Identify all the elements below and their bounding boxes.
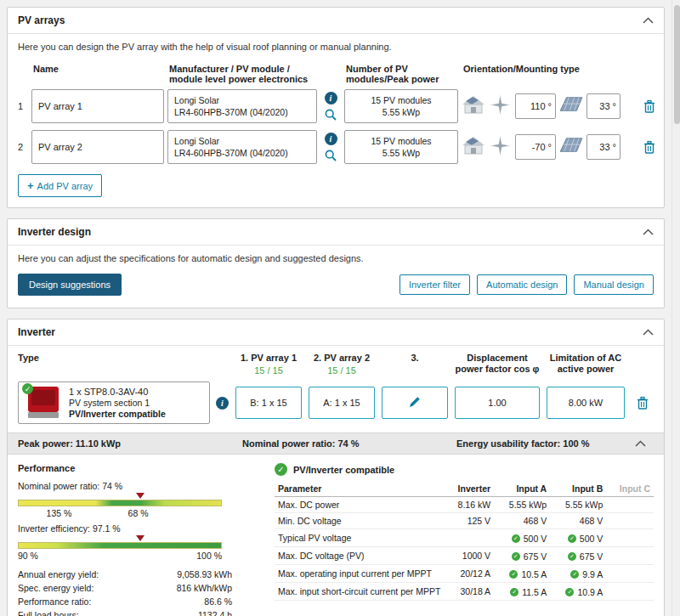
table-row: Max. input short-circuit current per MPP… [275,583,654,601]
col-name: Name [31,64,164,74]
module-label: LR4-60HPB-370M (04/2020) [174,147,310,159]
delete-icon[interactable] [637,396,649,410]
info-icon[interactable]: i [216,397,229,410]
plus-icon: + [27,179,34,192]
search-icon[interactable] [325,150,337,161]
pv-module-selector[interactable]: Longi Solar LR4-60HPB-370M (04/2020) [167,89,317,123]
pv-array-row-1: 1 PV array 1 Longi Solar LR4-60HPB-370M … [18,89,654,123]
manufacturer-label: Longi Solar [174,94,310,106]
nominal-power-ratio-gauge [18,493,222,506]
array2-count: 15 / 15 [309,365,375,376]
stat-label: Annual energy yield: [18,568,154,581]
scrollbar-thumb[interactable] [674,5,680,124]
tilt-icon [559,136,583,158]
col-parameter: Parameter [275,481,444,497]
col-pv-array-2: 2. PV array 2 15 / 15 [309,353,375,376]
check-icon: ✓ [565,588,574,596]
energy-usability-summary: Energy usability factor: 100 % [456,438,635,449]
pv-array-name-input[interactable]: PV array 1 [31,89,164,123]
col-manufacturer: Manufacturer / PV module / module level … [167,64,317,84]
inverter-type-box[interactable]: ✓ 1 x STP8.0-3AV-40 PV system section 1 … [18,381,210,424]
module-count: 15 PV modules [371,135,431,147]
col-array-3: 3. [382,353,448,364]
peak-power: 5.55 kWp [382,147,420,159]
performance-title: Performance [18,463,254,473]
check-icon: ✓ [509,570,518,579]
azimuth-input[interactable]: 110 ° [515,93,556,119]
inverter-design-header: Inverter design [8,219,664,246]
pv-arrays-panel: PV arrays Here you can design the PV arr… [7,7,665,208]
module-count-box[interactable]: 15 PV modules 5.55 kWp [344,89,458,123]
module-count-box[interactable]: 15 PV modules 5.55 kWp [344,130,458,164]
page: PV arrays Here you can design the PV arr… [0,0,680,616]
azimuth-input[interactable]: -70 ° [515,134,556,160]
pv-module-selector[interactable]: Longi Solar LR4-60HPB-370M (04/2020) [167,130,317,164]
col-input-c: Input C [606,481,654,497]
check-icon: ✓ [22,383,33,394]
tilt-input[interactable]: 33 ° [586,93,620,119]
collapse-pv-arrays-icon[interactable] [643,17,654,24]
inverter-table-header: Type 1. PV array 1 15 / 15 2. PV array 2… [8,346,664,381]
compatibility-title: PV/Inverter compatible [293,465,394,475]
pv-arrays-description: Here you can design the PV array with th… [8,34,664,55]
roof-planning-icon [462,93,485,119]
col-inverter: Inverter [444,481,494,497]
stat-label: Performance ratio: [18,595,154,608]
nominal-power-ratio-label: Nominal power ratio: 74 % [18,481,254,491]
pv-arrays-table: Name Manufacturer / PV module / module l… [8,55,664,164]
stat-value: 816 kWh/kWp [154,581,232,595]
col-ac-limit: Limitation of AC active power [547,353,625,375]
check-icon: ✓ [275,463,287,476]
manual-design-button[interactable]: Manual design [574,274,654,295]
compatibility-section: ✓ PV/Inverter compatible Parameter Inver… [275,463,654,616]
scrollbar[interactable] [672,0,680,616]
inverter-name: 1 x STP8.0-3AV-40 [69,387,166,398]
pv-array-name-input[interactable]: PV array 2 [31,130,164,164]
inverter-filter-button[interactable]: Inverter filter [400,274,470,295]
collapse-inverter-icon[interactable] [643,329,654,336]
info-icon[interactable]: i [325,133,337,145]
delete-icon[interactable] [643,140,655,154]
col-input-a: Input A [494,481,550,497]
automatic-design-button[interactable]: Automatic design [477,274,567,295]
inverter-design-panel: Inverter design Here you can adjust the … [7,218,665,308]
tilt-input[interactable]: 33 ° [586,134,620,160]
inverter-panel: Inverter Type 1. PV array 1 15 / 15 2. P… [7,319,665,616]
search-icon[interactable] [325,109,337,121]
info-icon[interactable]: i [325,92,337,105]
mppt-input-a-box[interactable]: A: 1 x 15 [309,387,375,419]
stat-value: 1132.4 h [154,608,232,616]
compass-icon [489,134,512,161]
compatibility-table: Parameter Inverter Input A Input B Input… [275,481,654,601]
nominal-power-ratio-summary: Nominal power ratio: 74 % [242,438,456,449]
pv-arrays-title: PV arrays [18,14,65,26]
design-suggestions-button[interactable]: Design suggestions [18,274,122,296]
table-row: Max. DC voltage (PV) 1000 V ✓675 V ✓675 … [275,547,654,565]
row-number: 2 [18,142,28,152]
pv-array-row-2: 2 PV array 2 Longi Solar LR4-60HPB-370M … [18,130,654,164]
collapse-details-icon[interactable] [635,440,654,447]
ac-limit-box[interactable]: 8.00 kW [547,387,625,419]
mppt-input-b-box[interactable]: B: 1 x 15 [235,387,302,419]
cos-phi-box[interactable]: 1.00 [455,387,540,419]
col-type: Type [18,353,229,364]
roof-planning-icon [462,134,485,160]
collapse-inverter-design-icon[interactable] [643,229,654,235]
inverter-design-description: Here you can adjust the specifications f… [8,246,664,267]
efficiency-gauge-scale: 90 % 100 % [18,551,222,562]
delete-icon[interactable] [643,99,655,113]
edit-configuration-box[interactable] [382,387,448,419]
check-icon: ✓ [512,552,520,561]
gauge-marker [136,493,144,499]
inverter-header: Inverter [8,319,664,346]
check-icon: ✓ [568,534,576,543]
performance-section: Performance Nominal power ratio: 74 % 13… [18,463,254,616]
inverter-row: ✓ 1 x STP8.0-3AV-40 PV system section 1 … [8,381,664,432]
nominal-gauge-scale: 135 % 68 % [18,508,222,520]
table-row: Max. DC power 8.16 kW 5.55 kWp 5.55 kWp [275,497,654,513]
stat-label: Full load hours: [18,608,154,616]
add-pv-array-button[interactable]: + Add PV array [18,174,102,197]
check-icon: ✓ [510,588,518,596]
module-count: 15 PV modules [371,94,431,106]
stat-label: Spec. energy yield: [18,581,154,595]
